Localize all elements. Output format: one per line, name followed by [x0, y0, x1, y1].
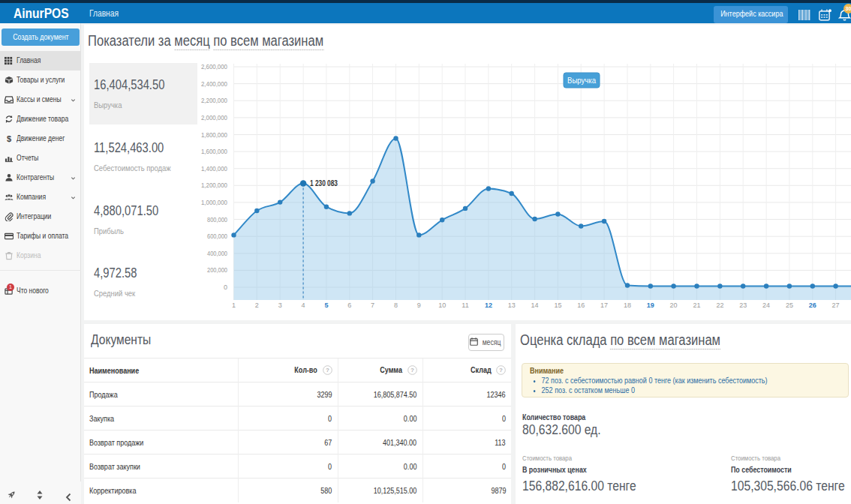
svg-text:22: 22: [716, 302, 723, 309]
svg-text:?: ?: [410, 367, 414, 374]
svg-text:24: 24: [762, 302, 770, 309]
svg-text:5: 5: [324, 302, 328, 309]
svg-text:1 230 083: 1 230 083: [310, 178, 338, 188]
svg-text:600,000: 600,000: [207, 232, 227, 240]
svg-text:0: 0: [224, 284, 227, 291]
svg-text:26: 26: [809, 302, 816, 309]
svg-text:25: 25: [786, 302, 793, 309]
svg-text:1,600,000: 1,600,000: [201, 148, 227, 155]
svg-text:2,400,000: 2,400,000: [201, 80, 227, 88]
svg-text:18: 18: [624, 302, 631, 309]
svg-text:1,800,000: 1,800,000: [201, 131, 227, 139]
svg-text:8: 8: [394, 302, 398, 309]
svg-text:2,000,000: 2,000,000: [201, 114, 227, 122]
svg-text:2: 2: [255, 302, 259, 309]
svg-text:21: 21: [693, 302, 700, 309]
svg-text:3: 3: [278, 302, 282, 309]
svg-text:4: 4: [302, 302, 305, 309]
svg-text:Выручка: Выручка: [567, 76, 596, 85]
svg-text:12: 12: [485, 302, 492, 309]
svg-text:11: 11: [462, 302, 468, 309]
svg-text:27: 27: [832, 302, 840, 309]
svg-text:1,000,000: 1,000,000: [201, 199, 227, 206]
svg-text:23: 23: [739, 302, 747, 309]
svg-text:?: ?: [499, 367, 503, 374]
svg-text:9: 9: [417, 302, 421, 309]
svg-text:1: 1: [232, 302, 236, 309]
svg-text:2,200,000: 2,200,000: [201, 97, 227, 104]
svg-text:?: ?: [326, 367, 329, 374]
svg-text:14: 14: [531, 302, 539, 309]
svg-text:1,200,000: 1,200,000: [201, 182, 227, 189]
svg-text:2,600,000: 2,600,000: [201, 63, 227, 70]
svg-text:17: 17: [600, 302, 608, 309]
svg-text:1,400,000: 1,400,000: [201, 165, 227, 172]
svg-text:10: 10: [438, 302, 446, 309]
svg-text:15: 15: [554, 302, 561, 309]
svg-text:13: 13: [508, 302, 516, 309]
svg-text:7: 7: [371, 302, 374, 309]
svg-text:6: 6: [347, 302, 351, 309]
svg-text:20: 20: [670, 302, 678, 309]
svg-text:200,000: 200,000: [207, 266, 227, 274]
svg-text:400,000: 400,000: [207, 250, 227, 257]
svg-text:19: 19: [647, 302, 654, 309]
svg-text:800,000: 800,000: [207, 216, 227, 224]
svg-text:16: 16: [577, 302, 585, 309]
